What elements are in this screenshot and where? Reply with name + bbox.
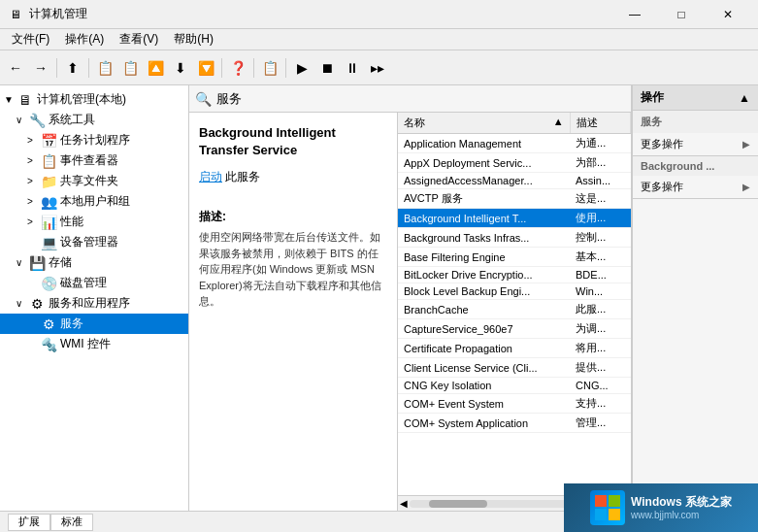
- expand-arrow-svc: [27, 318, 39, 329]
- table-row[interactable]: Base Filtering Engine基本...: [398, 248, 631, 267]
- table-row[interactable]: AssignedAccessManager...Assin...: [398, 173, 631, 189]
- table-row[interactable]: Background Intelligent T...使用...: [398, 209, 631, 228]
- service-name-cell: BitLocker Drive Encryptio...: [398, 267, 570, 283]
- up-button[interactable]: ⬆: [61, 56, 84, 80]
- table-row[interactable]: AppX Deployment Servic...为部...: [398, 153, 631, 173]
- help-button[interactable]: ❓: [226, 56, 249, 80]
- tab-standard[interactable]: 标准: [50, 514, 93, 531]
- expand-arrow-storage: ∨: [16, 257, 27, 268]
- toolbar-btn-6[interactable]: 🔽: [194, 56, 217, 80]
- sidebar-root[interactable]: ▼ 🖥 计算机管理(本地): [0, 89, 188, 110]
- service-name-cell: AVCTP 服务: [398, 189, 570, 209]
- device-manager-icon: 💻: [41, 235, 56, 250]
- scroll-left-arrow[interactable]: ◀: [400, 498, 408, 509]
- app-icon: 🖥: [8, 7, 23, 22]
- table-row[interactable]: Background Tasks Infras...控制...: [398, 228, 631, 248]
- action-more-actions-1[interactable]: 更多操作 ▶: [633, 133, 758, 155]
- sidebar-item-services[interactable]: ⚙ 服务: [0, 314, 188, 334]
- close-button[interactable]: ✕: [706, 1, 750, 28]
- toolbar-btn-4[interactable]: 🔼: [144, 56, 167, 80]
- sidebar-root-label: 计算机管理(本地): [37, 91, 126, 108]
- table-row[interactable]: CNG Key IsolationCNG...: [398, 378, 631, 394]
- back-button[interactable]: ←: [4, 56, 27, 80]
- service-desc-cell: 这是...: [570, 189, 630, 209]
- minimize-button[interactable]: —: [612, 1, 657, 28]
- svg-rect-1: [609, 495, 620, 507]
- table-row[interactable]: Block Level Backup Engi...Win...: [398, 283, 631, 300]
- sidebar-item-system-tools[interactable]: ∨ 🔧 系统工具: [0, 110, 188, 130]
- toolbar-btn-5[interactable]: ⬇: [169, 56, 192, 80]
- expand-arrow-perf: >: [27, 216, 39, 227]
- service-start-link[interactable]: 启动: [199, 169, 222, 185]
- service-detail-title: Background Intelligent Transfer Service: [199, 124, 387, 159]
- service-desc-cell: 将用...: [570, 339, 630, 358]
- forward-button[interactable]: →: [29, 56, 52, 80]
- toolbar-btn-3[interactable]: 📋: [118, 56, 142, 80]
- sidebar-item-wmi[interactable]: 🔩 WMI 控件: [0, 334, 188, 354]
- sidebar-item-device-manager[interactable]: 💻 设备管理器: [0, 232, 188, 252]
- tools-icon: 🔧: [29, 113, 45, 128]
- tab-expand[interactable]: 扩展: [8, 514, 50, 531]
- service-start-suffix: 此服务: [225, 170, 260, 183]
- show-hide-tree[interactable]: 📋: [93, 56, 116, 80]
- toolbar-btn-8[interactable]: 📋: [258, 56, 281, 80]
- table-row[interactable]: Certificate Propagation将用...: [398, 339, 631, 358]
- sidebar-item-services-apps[interactable]: ∨ ⚙ 服务和应用程序: [0, 293, 188, 314]
- menu-file[interactable]: 文件(F): [4, 29, 57, 50]
- sidebar-item-storage[interactable]: ∨ 💾 存储: [0, 252, 188, 273]
- table-row[interactable]: COM+ Event System支持...: [398, 394, 631, 414]
- table-row[interactable]: CaptureService_960e7为调...: [398, 319, 631, 339]
- menu-help[interactable]: 帮助(H): [166, 29, 221, 50]
- col-header-desc[interactable]: 描述: [570, 113, 630, 134]
- watermark-icon: [590, 490, 625, 525]
- sidebar-label-system-tools: 系统工具: [49, 112, 95, 128]
- sidebar: ▼ 🖥 计算机管理(本地) ∨ 🔧 系统工具 > 📅 任务计划程序 > 📋 事件…: [0, 85, 189, 511]
- expand-arrow-wmi: [27, 339, 39, 349]
- scrollbar-thumb: [429, 500, 487, 508]
- performance-icon: 📊: [41, 215, 56, 230]
- service-detail-panel: Background Intelligent Transfer Service …: [189, 113, 398, 511]
- menu-action[interactable]: 操作(A): [57, 29, 112, 50]
- actions-collapse-icon[interactable]: ▲: [739, 91, 750, 105]
- table-row[interactable]: BranchCache此服...: [398, 300, 631, 319]
- play-button[interactable]: ▶: [290, 56, 313, 80]
- services-apps-icon: ⚙: [29, 296, 45, 312]
- service-desc-label: 描述:: [199, 209, 387, 225]
- table-row[interactable]: COM+ System Application管理...: [398, 414, 631, 433]
- sidebar-label-storage: 存储: [49, 254, 72, 271]
- disk-icon: 💿: [41, 276, 56, 291]
- table-row[interactable]: Client License Service (Cli...提供...: [398, 358, 631, 378]
- service-desc-cell: 为调...: [570, 319, 630, 339]
- users-icon: 👥: [41, 194, 56, 210]
- actions-header: 操作 ▲: [633, 85, 758, 111]
- toolbar: ← → ⬆ 📋 📋 🔼 ⬇ 🔽 ❓ 📋 ▶ ⏹ ⏸ ▸▸: [0, 50, 758, 85]
- table-row[interactable]: AVCTP 服务这是...: [398, 189, 631, 209]
- service-content-area: Background Intelligent Transfer Service …: [189, 113, 631, 511]
- service-desc-cell: 为部...: [570, 153, 630, 173]
- sidebar-item-event-viewer[interactable]: > 📋 事件查看器: [0, 150, 188, 171]
- storage-icon: 💾: [29, 255, 45, 271]
- title-bar: 🖥 计算机管理 — □ ✕: [0, 0, 758, 29]
- services-toolbar: 🔍 服务: [189, 85, 631, 113]
- sidebar-item-performance[interactable]: > 📊 性能: [0, 212, 188, 232]
- sidebar-item-shared-folders[interactable]: > 📁 共享文件夹: [0, 171, 188, 191]
- table-row[interactable]: Application Management为通...: [398, 134, 631, 153]
- sidebar-item-local-users[interactable]: > 👥 本地用户和组: [0, 191, 188, 212]
- maximize-button[interactable]: □: [659, 1, 704, 28]
- fast-forward-button[interactable]: ▸▸: [366, 56, 389, 80]
- pause-button[interactable]: ⏸: [341, 56, 364, 80]
- service-desc-text: 使用空闲网络带宽在后台传送文件。如果该服务被禁用，则依赖于 BITS 的任何应用…: [199, 229, 387, 310]
- watermark: Windows 系统之家 www.bjjmlv.com: [564, 483, 758, 532]
- service-name-cell: Base Filtering Engine: [398, 248, 570, 267]
- sidebar-item-disk-management[interactable]: 💿 磁盘管理: [0, 273, 188, 293]
- menu-view[interactable]: 查看(V): [112, 29, 166, 50]
- table-row[interactable]: BitLocker Drive Encryptio...BDE...: [398, 267, 631, 283]
- col-header-name[interactable]: 名称 ▲: [398, 113, 570, 134]
- action-more-actions-2[interactable]: 更多操作 ▶: [633, 176, 758, 198]
- actions-title: 操作: [641, 89, 664, 106]
- sidebar-item-task-scheduler[interactable]: > 📅 任务计划程序: [0, 130, 188, 150]
- service-name-cell: COM+ System Application: [398, 414, 570, 433]
- task-scheduler-icon: 📅: [41, 133, 56, 149]
- stop-button[interactable]: ⏹: [315, 56, 339, 80]
- sidebar-label-disk-management: 磁盘管理: [60, 275, 107, 291]
